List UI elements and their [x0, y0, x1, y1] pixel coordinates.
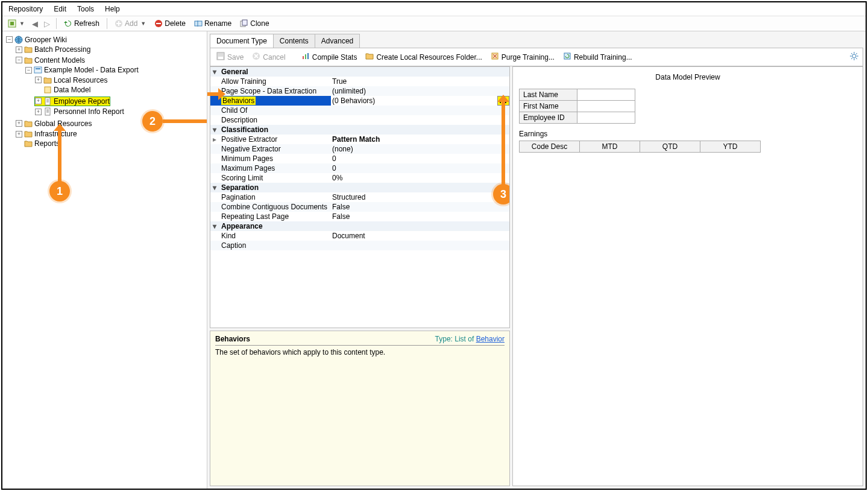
group-header-classification[interactable]: Classification [221, 125, 268, 134]
prop-value[interactable]: 0 [331, 154, 509, 163]
tree-item-data-model[interactable]: Data Model [54, 86, 90, 94]
svg-line-30 [851, 58, 852, 59]
nav-back-icon[interactable]: ◀ [31, 19, 39, 28]
tab-document-type[interactable]: Document Type [210, 34, 274, 48]
group-header-general[interactable]: General [221, 68, 248, 76]
arrow-right-icon [218, 88, 225, 100]
svg-rect-4 [156, 23, 161, 24]
menu-edit[interactable]: Edit [54, 5, 66, 13]
group-header-appearance[interactable]: Appearance [221, 222, 263, 230]
main-pane: Document Type Contents Advanced Save Can… [207, 31, 866, 489]
datamodel-icon [43, 86, 52, 94]
main-toolbar: ▼ ◀ ▷ Refresh Add ▼ Delete Rename Clone [2, 16, 866, 31]
preview-field-value[interactable] [577, 101, 635, 112]
preview-field-value[interactable] [577, 112, 635, 124]
tree-item-example-model[interactable]: Example Model - Data Export [44, 66, 139, 74]
prop-name[interactable]: Scoring Limit [219, 173, 331, 183]
tree-item-personnel-report[interactable]: Personnel Info Report [54, 107, 124, 116]
tree-item-infrastructure[interactable]: Infrastructure [34, 130, 77, 138]
prop-name[interactable]: Repeating Last Page [219, 212, 331, 221]
preview-field-value[interactable] [577, 89, 635, 101]
callout-badge-3: 3 [493, 184, 510, 204]
prop-value[interactable]: Structured [331, 192, 509, 202]
tree-item-employee-report[interactable]: +Employee Report [35, 97, 110, 106]
prop-value[interactable] [331, 115, 509, 125]
svg-rect-1 [10, 22, 14, 25]
save-button[interactable]: Save [214, 51, 246, 63]
rename-button[interactable]: Rename [192, 18, 234, 29]
editor-tabs: Document Type Contents Advanced [207, 31, 866, 48]
cancel-button[interactable]: Cancel [250, 51, 288, 63]
purge-training-button[interactable]: Purge Training... [488, 51, 557, 63]
svg-rect-19 [305, 54, 306, 59]
prop-name[interactable]: Child Of [219, 106, 331, 115]
prop-value[interactable] [331, 241, 509, 250]
prop-name[interactable]: Description [219, 115, 331, 125]
group-header-separation[interactable]: Separation [221, 183, 259, 192]
prop-name[interactable]: Caption [219, 241, 331, 250]
document-icon [43, 107, 52, 116]
earnings-col-mtd: MTD [580, 141, 640, 153]
prop-value[interactable]: (unlimited) [331, 86, 509, 96]
prop-name[interactable]: Pagination [219, 192, 331, 202]
tab-advanced[interactable]: Advanced [315, 34, 360, 48]
prop-name[interactable]: Page Scope - Data Extraction [219, 86, 331, 96]
delete-button[interactable]: Delete [152, 18, 188, 29]
refresh-button[interactable]: Refresh [61, 18, 102, 29]
earnings-col-qtd: QTD [640, 141, 700, 153]
property-description: Behaviors Type: List of Behavior The set… [210, 331, 510, 486]
rebuild-training-button[interactable]: Rebuild Training... [561, 51, 635, 63]
prop-name[interactable]: Positive Extractor [219, 135, 331, 144]
tree-item-content-models[interactable]: Content Models [34, 56, 85, 65]
data-model-preview: Data Model Preview Last Name First Name … [512, 66, 863, 486]
compile-stats-button[interactable]: Compile Stats [299, 51, 360, 63]
prop-value[interactable]: True [331, 77, 509, 86]
desc-title: Behaviors [215, 335, 250, 343]
folder-icon [24, 56, 33, 65]
arrow-up-icon [54, 124, 66, 131]
prop-name[interactable]: Negative Extractor [219, 144, 331, 154]
svg-rect-14 [45, 108, 50, 115]
tree-root-label[interactable]: Grooper Wiki [25, 36, 67, 44]
callout-line [163, 119, 207, 123]
create-local-resources-button[interactable]: Create Local Resources Folder... [363, 51, 484, 63]
tab-contents[interactable]: Contents [273, 34, 315, 48]
callout-badge-2: 2 [142, 111, 163, 131]
preview-title: Data Model Preview [519, 73, 857, 81]
prop-value[interactable]: Document [331, 231, 509, 241]
tree-item-local-resources[interactable]: Local Resources [54, 76, 107, 84]
prop-value[interactable]: False [331, 202, 509, 212]
document-icon [43, 97, 52, 106]
property-grid[interactable]: ▾General Allow TrainingTrue Page Scope -… [210, 66, 510, 328]
folder-icon [24, 119, 33, 128]
desc-type-link[interactable]: Behavior [476, 335, 505, 343]
prop-value[interactable]: (none) [331, 144, 509, 154]
prop-name[interactable]: Allow Training [219, 77, 331, 86]
prop-name[interactable]: Combine Contiguous Documents [219, 202, 331, 212]
prop-value[interactable]: 0% [331, 173, 509, 183]
prop-name[interactable]: Minimum Pages [219, 154, 331, 163]
svg-rect-8 [242, 20, 247, 25]
prop-name[interactable]: Maximum Pages [219, 163, 331, 173]
menu-tools[interactable]: Tools [77, 5, 94, 13]
settings-gear-icon[interactable] [849, 51, 859, 63]
add-button[interactable]: Add ▼ [112, 18, 148, 29]
svg-line-31 [856, 53, 857, 54]
toolbar-home-icon[interactable]: ▼ [5, 18, 27, 29]
prop-value[interactable]: False [331, 212, 509, 221]
prop-row-behaviors[interactable]: Behaviors (0 Behaviors) ... [210, 96, 509, 106]
prop-value[interactable]: 0 [331, 163, 509, 173]
nav-forward-icon[interactable]: ▷ [43, 19, 51, 28]
arrow-up-icon [497, 95, 509, 102]
folder-icon [24, 45, 33, 54]
callout-line [502, 101, 505, 185]
prop-name[interactable]: Kind [219, 231, 331, 241]
tree-item-batch-processing[interactable]: Batch Processing [34, 45, 90, 54]
tree-item-reports[interactable]: Reports [34, 139, 60, 148]
menu-repository[interactable]: Repository [8, 5, 43, 13]
menu-help[interactable]: Help [105, 5, 120, 13]
clone-button[interactable]: Clone [237, 18, 271, 29]
prop-value[interactable]: Pattern Match [331, 135, 509, 144]
repository-tree[interactable]: − Grooper Wiki +Batch Processing −Conten… [4, 34, 206, 150]
prop-value[interactable] [331, 106, 509, 115]
